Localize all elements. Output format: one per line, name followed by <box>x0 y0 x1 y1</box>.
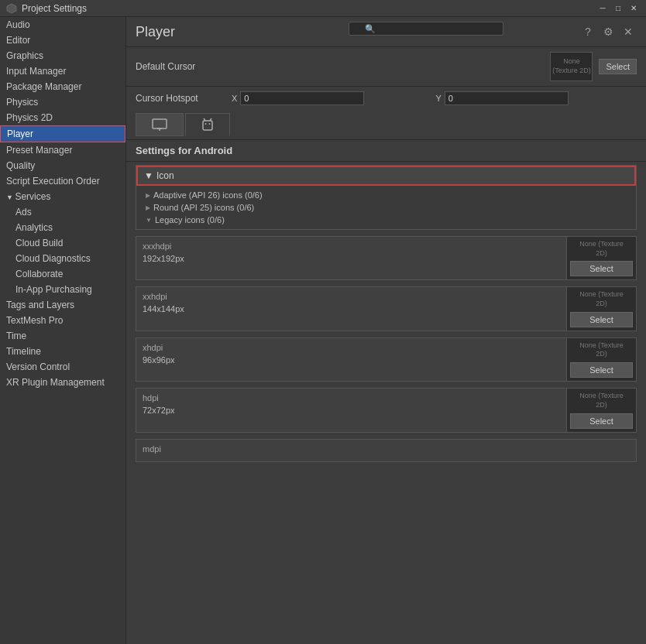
cursor-hotspot-y-input[interactable] <box>445 91 569 105</box>
svg-rect-4 <box>203 121 212 130</box>
default-cursor-slot: None(Texture 2D) Select <box>550 52 637 81</box>
window-controls: ─ □ ✕ <box>596 2 640 15</box>
icon-collapsible-section: ▼ Icon ▶ Adaptive (API 26) icons (0/6) ▶… <box>136 165 637 230</box>
sidebar-item-package-manager[interactable]: Package Manager <box>0 79 125 94</box>
x-axis-label: X <box>232 94 237 103</box>
android-tab[interactable] <box>185 113 230 136</box>
sidebar-item-audio[interactable]: Audio <box>0 17 125 33</box>
svg-point-7 <box>205 123 207 125</box>
platform-settings-header: Settings for Android <box>126 140 646 162</box>
xhdpi-size: 96x96px <box>143 355 560 365</box>
minimize-button[interactable]: ─ <box>596 2 609 15</box>
sidebar-item-collaborate[interactable]: Collaborate <box>0 266 125 282</box>
xhdpi-preview: None (Texture2D) <box>570 341 633 359</box>
sidebar-item-services[interactable]: Services <box>0 189 125 204</box>
sidebar-item-cloud-build[interactable]: Cloud Build <box>0 235 125 251</box>
xxhdpi-preview: None (Texture2D) <box>570 290 633 308</box>
monitor-icon <box>152 118 167 131</box>
help-button[interactable]: ? <box>579 23 596 40</box>
cursor-hotspot-x-input[interactable] <box>240 91 364 105</box>
header-icons: ? ⚙ ✕ <box>579 23 637 40</box>
sidebar-item-script-execution-order[interactable]: Script Execution Order <box>0 173 125 189</box>
adaptive-arrow: ▶ <box>146 192 150 199</box>
xxxhdpi-slot-right: None (Texture2D) Select <box>566 237 636 279</box>
hdpi-preview: None (Texture2D) <box>570 392 633 409</box>
xxhdpi-size: 144x144px <box>143 304 560 313</box>
xxxhdpi-select-button[interactable]: Select <box>570 261 633 276</box>
sidebar-item-preset-manager[interactable]: Preset Manager <box>0 142 125 158</box>
desktop-tab[interactable] <box>136 113 184 136</box>
content-area: Player ? ⚙ ✕ Default Cursor None(Texture… <box>126 17 646 644</box>
default-cursor-row: Default Cursor None(Texture 2D) Select <box>126 47 646 87</box>
sidebar-item-quality[interactable]: Quality <box>0 158 125 173</box>
mdpi-slot: mdpi <box>136 439 637 462</box>
default-cursor-preview: None(Texture 2D) <box>550 52 593 81</box>
xxxhdpi-slot: xxxhdpi 192x192px None (Texture2D) Selec… <box>136 236 637 280</box>
sidebar-item-analytics[interactable]: Analytics <box>0 220 125 235</box>
sidebar-item-physics-2d[interactable]: Physics 2D <box>0 110 125 125</box>
settings-icon-button[interactable]: ⚙ <box>600 23 617 40</box>
default-cursor-select-button[interactable]: Select <box>599 59 637 74</box>
hdpi-title: hdpi <box>143 393 560 402</box>
round-label: Round (API 25) icons (0/6) <box>153 203 254 212</box>
icon-section-header[interactable]: ▼ Icon <box>136 166 636 186</box>
hdpi-slot: hdpi 72x72px None (Texture2D) Select <box>136 388 637 432</box>
sidebar-item-cloud-diagnostics[interactable]: Cloud Diagnostics <box>0 251 125 266</box>
legacy-arrow: ▼ <box>146 217 152 224</box>
legacy-label: Legacy icons (0/6) <box>155 215 225 224</box>
mdpi-title: mdpi <box>143 444 630 454</box>
content-close-button[interactable]: ✕ <box>620 23 637 40</box>
adaptive-label: Adaptive (API 26) icons (0/6) <box>153 190 263 200</box>
icon-section-arrow: ▼ <box>144 170 153 181</box>
xxhdpi-select-button[interactable]: Select <box>570 312 633 327</box>
search-input[interactable] <box>349 22 503 36</box>
cursor-hotspot-row: Cursor Hotspot X Y <box>126 87 646 110</box>
search-area <box>349 22 503 36</box>
sidebar-item-editor[interactable]: Editor <box>0 33 125 48</box>
hdpi-preview-label: None (Texture2D) <box>579 392 624 409</box>
xxxhdpi-preview: None (Texture2D) <box>570 240 633 258</box>
sidebar-item-version-control[interactable]: Version Control <box>0 359 125 375</box>
xhdpi-slot: xhdpi 96x96px None (Texture2D) Select <box>136 337 637 382</box>
default-cursor-preview-label: None(Texture 2D) <box>552 57 591 75</box>
xhdpi-title: xhdpi <box>143 343 560 352</box>
title-bar: Project Settings ─ □ ✕ <box>0 0 646 17</box>
xxhdpi-slot: xxhdpi 144x144px None (Texture2D) Select <box>136 286 637 331</box>
cursor-hotspot-label: Cursor Hotspot <box>136 93 229 104</box>
sidebar-item-xr-plugin-management[interactable]: XR Plugin Management <box>0 375 125 390</box>
xxhdpi-slot-right: None (Texture2D) Select <box>566 287 636 330</box>
hdpi-select-button[interactable]: Select <box>570 413 633 429</box>
close-button[interactable]: ✕ <box>627 2 640 15</box>
sidebar-item-player[interactable]: Player <box>0 125 125 142</box>
unity-logo-icon <box>6 3 17 14</box>
mdpi-slot-left: mdpi <box>136 440 636 461</box>
sidebar-item-tags-and-layers[interactable]: Tags and Layers <box>0 297 125 313</box>
round-icons-subsection[interactable]: ▶ Round (API 25) icons (0/6) <box>143 201 630 214</box>
sidebar-item-in-app-purchasing[interactable]: In-App Purchasing <box>0 282 125 297</box>
cursor-hotspot-x-field: X <box>232 91 433 105</box>
default-cursor-label: Default Cursor <box>136 61 550 72</box>
xhdpi-preview-label: None (Texture2D) <box>579 341 624 359</box>
sidebar-item-textmesh-pro[interactable]: TextMesh Pro <box>0 313 125 328</box>
xxhdpi-slot-left: xxhdpi 144x144px <box>136 287 566 330</box>
sidebar-item-graphics[interactable]: Graphics <box>0 48 125 63</box>
xxxhdpi-preview-label: None (Texture2D) <box>579 240 624 258</box>
main-layout: Audio Editor Graphics Input Manager Pack… <box>0 17 646 644</box>
xxxhdpi-size: 192x192px <box>143 254 560 263</box>
round-arrow: ▶ <box>146 204 150 211</box>
adaptive-icons-subsection[interactable]: ▶ Adaptive (API 26) icons (0/6) <box>143 189 630 201</box>
legacy-icons-subsection[interactable]: ▼ Legacy icons (0/6) <box>143 214 630 226</box>
maximize-button[interactable]: □ <box>612 2 624 15</box>
sidebar-item-time[interactable]: Time <box>0 328 125 344</box>
sidebar-item-ads[interactable]: Ads <box>0 204 125 220</box>
svg-point-8 <box>209 123 211 125</box>
xhdpi-slot-left: xhdpi 96x96px <box>136 338 566 381</box>
android-icon <box>201 117 214 132</box>
sidebar-item-physics[interactable]: Physics <box>0 94 125 110</box>
sidebar-item-input-manager[interactable]: Input Manager <box>0 63 125 79</box>
sidebar-item-timeline[interactable]: Timeline <box>0 344 125 359</box>
xhdpi-select-button[interactable]: Select <box>570 362 633 378</box>
hdpi-size: 72x72px <box>143 406 560 415</box>
svg-rect-1 <box>153 119 167 128</box>
cursor-hotspot-y-field: Y <box>436 91 637 105</box>
